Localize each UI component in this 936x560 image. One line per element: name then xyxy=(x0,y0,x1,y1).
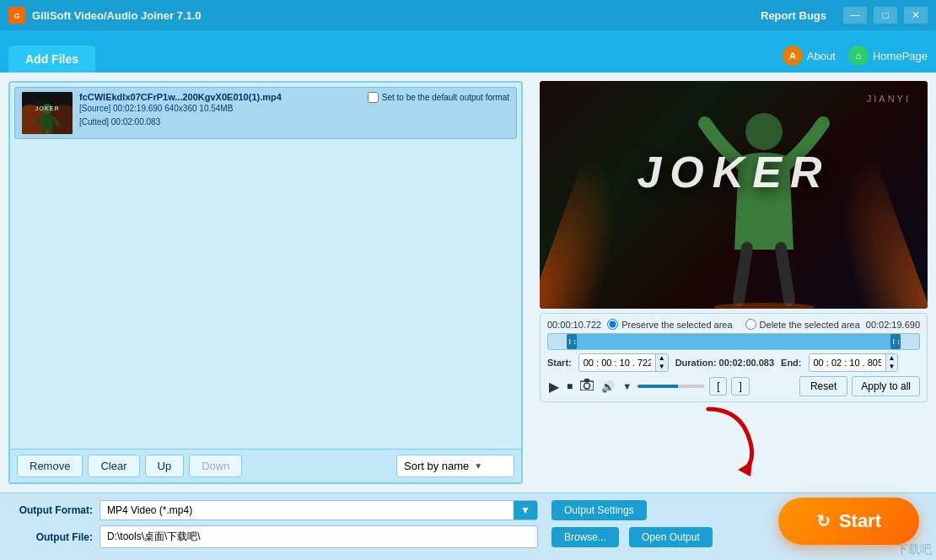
app-icon: G xyxy=(8,7,25,24)
time-inputs-row: Start: ▲ ▼ Duration: 00:02:00.083 End: xyxy=(547,353,920,372)
volume-button[interactable]: 🔊 xyxy=(600,377,616,396)
start-label: Start xyxy=(839,510,881,532)
app-title: GiliSoft Video/Audio Joiner 7.1.0 xyxy=(32,9,761,22)
list-controls: Remove Clear Up Down Sort by name ▼ xyxy=(10,449,521,482)
report-bugs-link[interactable]: Report Bugs xyxy=(761,9,826,22)
trim-handle-right[interactable] xyxy=(890,334,901,349)
start-time-spin[interactable]: ▲ ▼ xyxy=(655,354,668,371)
maximize-button[interactable]: □ xyxy=(874,7,897,24)
up-button[interactable]: Up xyxy=(145,455,185,477)
speaker-icon: 🔊 xyxy=(601,380,615,393)
format-label: Output Format: xyxy=(8,504,93,516)
end-time-down[interactable]: ▼ xyxy=(886,363,898,371)
minimize-button[interactable]: — xyxy=(843,7,867,24)
file-info: fcCWIEkdlx07CFrP1w...200KgvX0E010(1).mp4… xyxy=(79,92,361,129)
window-controls: — □ ✕ xyxy=(843,7,928,24)
video-title-text: JOKER xyxy=(637,147,830,197)
start-button[interactable]: ↻ Start xyxy=(778,498,919,545)
output-settings-button[interactable]: Output Settings xyxy=(551,500,647,520)
format-select[interactable]: MP4 Video (*.mp4) ▼ xyxy=(100,500,538,520)
time-start-display: 00:00:10.722 xyxy=(547,320,601,330)
trim-controls: 00:00:10.722 Preserve the selected area … xyxy=(540,313,928,402)
start-time-input[interactable]: ▲ ▼ xyxy=(578,353,669,372)
video-preview: JOKER JIANYI xyxy=(540,81,928,309)
svg-marker-25 xyxy=(738,461,752,477)
svg-point-17 xyxy=(713,303,815,309)
tab-bar: Add Files A About ⌂ HomePage xyxy=(0,30,936,73)
svg-rect-10 xyxy=(42,114,52,129)
homepage-link[interactable]: ⌂ HomePage xyxy=(848,46,928,66)
start-label: Start: xyxy=(547,358,572,368)
home-icon: ⌂ xyxy=(848,46,869,66)
trim-handle-left[interactable] xyxy=(567,334,577,349)
remove-button[interactable]: Remove xyxy=(17,455,83,477)
file-path-display: D:\tools\桌面\下载吧\ xyxy=(100,525,538,548)
default-format-check[interactable] xyxy=(368,92,379,103)
volume-slider[interactable] xyxy=(637,385,705,388)
end-time-up[interactable]: ▲ xyxy=(886,354,898,363)
end-time-field[interactable] xyxy=(810,355,885,370)
start-time-field[interactable] xyxy=(579,355,655,370)
preserve-label: Preserve the selected area xyxy=(621,320,732,330)
svg-rect-24 xyxy=(584,379,589,382)
video-content: JOKER JIANYI xyxy=(540,81,928,309)
svg-text:G: G xyxy=(13,12,19,20)
format-value: MP4 Video (*.mp4) xyxy=(107,504,192,516)
file-thumbnail: JOKER xyxy=(22,92,73,134)
about-link[interactable]: A About xyxy=(783,46,836,66)
about-label: About xyxy=(807,50,836,62)
arrow-indicator xyxy=(691,401,767,480)
end-time-spin[interactable]: ▲ ▼ xyxy=(885,354,898,371)
time-end-display: 00:02:19.690 xyxy=(866,320,920,330)
playback-controls: ▶ ■ 🔊 ▼ [ ] xyxy=(547,376,920,396)
svg-text:⌂: ⌂ xyxy=(855,50,861,62)
svg-point-23 xyxy=(584,383,590,389)
sort-dropdown[interactable]: Sort by name ▼ xyxy=(396,455,514,477)
snapshot-button[interactable] xyxy=(578,377,595,396)
delete-radio[interactable] xyxy=(745,319,756,330)
add-files-tab[interactable]: Add Files xyxy=(8,46,95,73)
default-format-label: Set to be the default output format xyxy=(382,93,509,102)
volume-down-button[interactable]: ▼ xyxy=(621,380,633,393)
stop-button[interactable]: ■ xyxy=(565,379,574,394)
browse-button[interactable]: Browse... xyxy=(551,527,619,547)
open-output-button[interactable]: Open Output xyxy=(629,527,713,547)
play-button[interactable]: ▶ xyxy=(547,377,561,396)
delete-label: Delete the selected area xyxy=(760,320,860,330)
delete-radio-label[interactable]: Delete the selected area xyxy=(745,319,860,330)
preserve-radio-label[interactable]: Preserve the selected area xyxy=(607,319,732,330)
svg-point-16 xyxy=(745,113,783,150)
down-button[interactable]: Down xyxy=(189,455,242,477)
file-label: Output File: xyxy=(8,531,93,543)
close-button[interactable]: ✕ xyxy=(904,7,928,24)
file-name: fcCWIEkdlx07CFrP1w...200KgvX0E010(1).mp4 xyxy=(79,92,361,102)
default-format-checkbox[interactable]: Set to be the default output format xyxy=(368,92,509,103)
sort-select[interactable]: Sort by name ▼ xyxy=(396,455,514,477)
title-bar: G GiliSoft Video/Audio Joiner 7.1.0 Repo… xyxy=(0,0,936,30)
start-time-up[interactable]: ▲ xyxy=(656,354,668,363)
end-label: End: xyxy=(781,358,801,368)
end-time-input[interactable]: ▲ ▼ xyxy=(809,353,899,372)
preserve-radio[interactable] xyxy=(607,319,618,330)
trim-bar[interactable] xyxy=(547,333,920,350)
watermark: 下载吧 xyxy=(896,542,932,557)
format-dropdown-arrow[interactable]: ▼ xyxy=(514,501,537,520)
start-section: ↻ Start xyxy=(778,498,919,545)
start-time-down[interactable]: ▼ xyxy=(656,363,668,371)
sort-label: Sort by name xyxy=(404,460,469,472)
list-item[interactable]: JOKER fcCWIEkdlx07CFrP1w...200KgvX0E010(… xyxy=(14,87,517,139)
file-list-panel: JOKER fcCWIEkdlx07CFrP1w...200KgvX0E010(… xyxy=(8,81,523,484)
reset-button[interactable]: Reset xyxy=(799,376,847,396)
mark-out-button[interactable]: ] xyxy=(731,377,749,396)
nav-links: A About ⌂ HomePage xyxy=(783,46,928,73)
mark-in-button[interactable]: [ xyxy=(709,377,727,396)
file-cutted: [Cutted] 00:02:00.083 xyxy=(79,116,361,129)
trim-selected-region xyxy=(567,334,901,349)
homepage-label: HomePage xyxy=(873,50,928,62)
refresh-icon: ↻ xyxy=(816,511,831,531)
file-list: JOKER fcCWIEkdlx07CFrP1w...200KgvX0E010(… xyxy=(10,83,521,449)
time-range-row: 00:00:10.722 Preserve the selected area … xyxy=(547,319,920,330)
apply-all-button[interactable]: Apply to all xyxy=(852,376,920,396)
clear-button[interactable]: Clear xyxy=(88,455,139,477)
main-content: JOKER fcCWIEkdlx07CFrP1w...200KgvX0E010(… xyxy=(0,73,936,493)
